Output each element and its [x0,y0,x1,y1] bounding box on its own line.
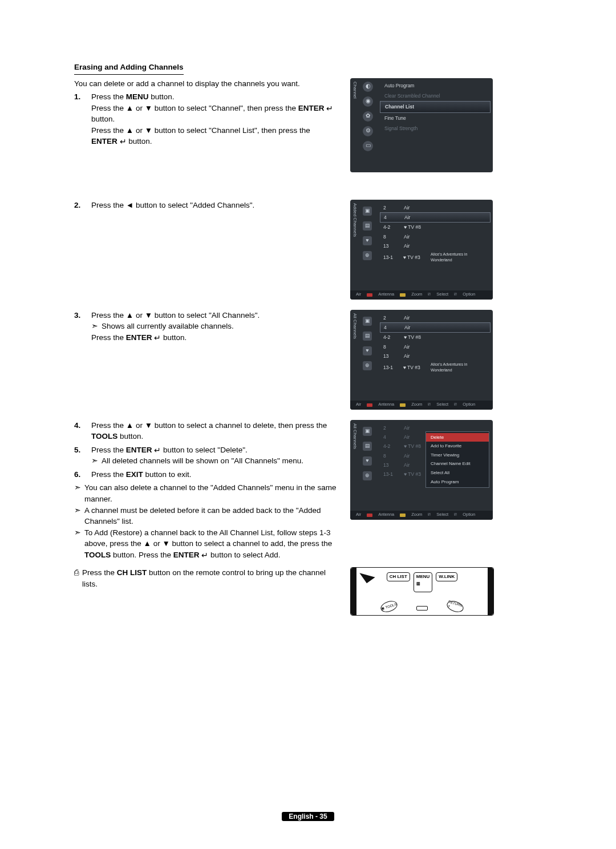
step-text: Press the ▲ or ▼ button to select a chan… [91,421,327,430]
enter-label: ENTER [126,446,152,454]
popup-item-selected: Delete [426,433,489,442]
footer-text: Antenna [378,402,394,408]
note-icon [74,527,81,561]
footer-text: Antenna [378,292,394,298]
ch-type: Air [404,434,427,440]
all-channels-screenshot: All Channels ▣▤♥⊕ 2Air 4Air 4-2♥ TV #8 8… [350,310,493,410]
step-5: 5. Press the ENTER button to select "Del… [74,444,337,467]
step-text: Press the ▲ or ▼ button to select "Chann… [91,104,298,112]
ch-type: Air [404,324,427,331]
ch-type: Air [404,233,427,240]
note-text: Shows all currently available channels. [102,321,234,332]
remote-illustration: CH LIST MENU▥ W.LINK ▣ TOOLS RETURN ↺ [350,567,494,616]
picture-icon: ◐ [363,82,373,92]
channel-icon: ✿ [363,111,373,122]
red-key-icon [367,293,372,297]
intro-text: You can delete or add a channel to displ… [74,78,337,90]
ch-type: ♥ TV #8 [404,224,427,231]
ch-num: 4-2 [383,334,398,341]
note-b: A channel must be deleted before it can … [74,505,337,527]
step-text: Press the [91,92,126,101]
ch-num: 13 [383,353,398,359]
remote-mini-button [416,606,428,611]
pointer-arrow-icon [359,567,375,583]
note-text: All deleted channels will be shown on "A… [102,455,303,467]
menu-label: MENU [126,92,149,101]
popup-screenshot: All Channels ▣▤♥⊕ 2Air 4Air 4-2♥ TV #8 8… [350,420,493,520]
step-2: 2. Press the ◄ button to select "Added C… [74,200,337,211]
note-icon [91,455,98,467]
ch-num: 8 [383,343,398,350]
chlist-button: CH LIST [387,572,410,581]
list-icon-column: ▣▤♥⊕ [360,207,374,260]
red-key-icon [367,403,372,407]
footer-text: Zoom [411,402,422,408]
footer-text: Option [463,512,475,518]
step-text: Press the ▲ or ▼ button to select "Chann… [91,126,310,135]
yellow-key-icon [400,514,406,517]
footer-text: Zoom [411,512,422,518]
footer-text: Zoom [411,292,422,298]
step-text: button. [117,432,143,440]
tv-menu-screenshot: Channel ◐ ◉ ✿ ⚙ ▭ Auto Program Clear Scr… [350,78,493,172]
step-text: Press the [91,470,126,479]
section-heading: Erasing and Adding Channels [74,62,184,75]
sound-icon: ◉ [363,96,373,107]
footer-text: Select [436,292,448,298]
enter-label: ENTER [91,137,117,145]
ch-type: ♥ TV #3 [403,364,425,371]
ch-num: 4 [383,434,398,440]
ch-num: 13-1 [383,471,398,478]
step-text: button. [127,137,152,145]
step-text: button to exit. [143,470,192,479]
footer-text: Option [463,292,475,298]
list-icon-column: ▣▤♥⊕ [360,427,374,480]
ch-type: ♥ TV #8 [404,334,427,341]
return-button-oval: RETURN ↺ [445,599,465,614]
yellow-key-icon [400,293,406,297]
footer-text: Air [356,512,361,518]
setup-icon: ⚙ [363,126,373,136]
page-footer: English - 35 [0,812,616,822]
ch-name: Alice's Adventures in Wonderland [431,252,487,263]
step-4: 4. Press the ▲ or ▼ button to select a c… [74,420,337,442]
ch-num: 2 [383,204,398,211]
footer-text: Option [463,402,475,408]
tools-button-oval: ▣ TOOLS [379,599,399,614]
ch-type: ♥ TV #3 [403,254,425,261]
select-icon [428,512,431,518]
enter-icon [120,138,127,146]
step-number: 3. [74,310,84,343]
note-icon [74,505,81,527]
option-icon [454,402,457,408]
popup-item: Add to Favorite [426,442,489,451]
footer-text: Select [436,402,448,408]
yellow-key-icon [400,403,406,407]
step-text: button to select "Delete". [161,446,247,454]
step-text: button. [149,92,175,101]
ch-type: Air [404,353,427,359]
channel-rows: 2Air 4Air 4-2♥ TV #8 8Air 13Air 13-1♥ TV… [380,203,491,265]
enter-label: ENTER [126,333,152,342]
ch-num: 13 [383,242,398,249]
ch-num: 13 [383,462,398,468]
note-text: To Add (Restore) a channel back to the A… [84,527,337,561]
step-number: 4. [74,420,84,442]
step-text: Press the ▲ or ▼ button to select "All C… [91,310,337,321]
ch-type: Air [404,424,427,431]
select-icon [428,292,431,298]
step-number: 2. [74,200,84,211]
ch-type: Air [404,462,427,468]
select-icon [428,402,431,408]
popup-item: Timer Viewing [426,451,489,460]
input-icon: ▭ [363,141,373,151]
note-icon [91,321,98,332]
ch-type: Air [404,452,427,459]
step-number: 6. [74,469,84,480]
ch-type: Air [404,242,427,249]
added-channels-screenshot: Added Channels ▣▤♥⊕ 2Air 4Air 4-2♥ TV #8… [350,200,493,300]
ch-type: ♥ TV #3 [404,471,427,478]
ch-num: 13-1 [383,254,398,261]
option-icon [454,512,457,518]
menu-item: Signal Strength [380,123,491,134]
